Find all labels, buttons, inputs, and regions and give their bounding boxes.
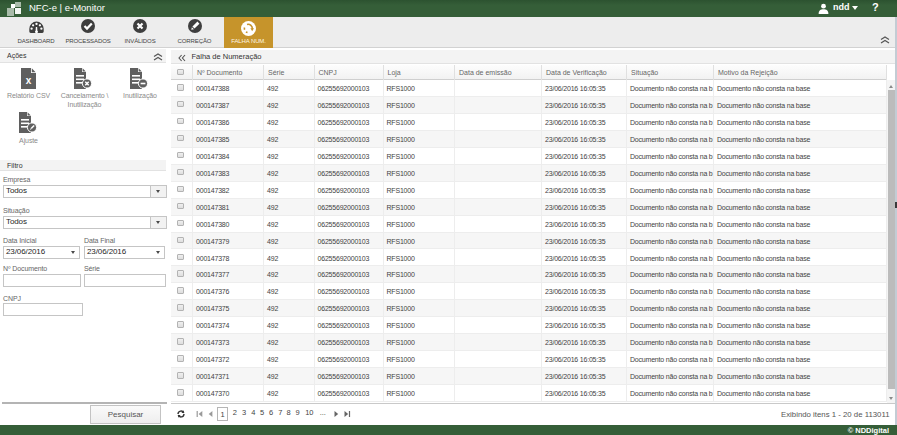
svg-text:x: x [26, 75, 32, 86]
